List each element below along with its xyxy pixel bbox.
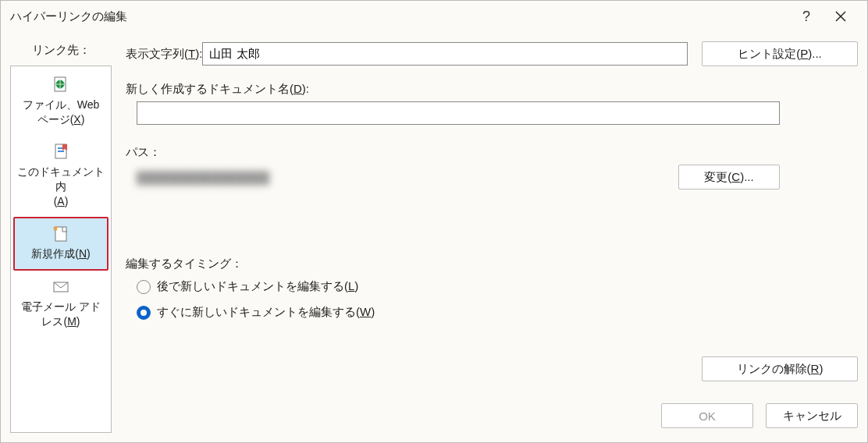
sidebar-item-label: ファイル、Webページ(X) xyxy=(23,98,100,126)
sidebar-item-label: このドキュメント内(A) xyxy=(17,165,105,207)
sidebar-item-create-new[interactable]: 新規作成(N) xyxy=(13,217,108,271)
radio-icon xyxy=(137,306,151,320)
document-bookmark-icon xyxy=(52,143,70,161)
path-value: ████████████████ xyxy=(137,171,678,184)
main-panel: 表示文字列(T): ヒント設定(P)... 新しく作成するドキュメント名(D):… xyxy=(112,38,858,433)
sidebar-item-this-document[interactable]: このドキュメント内(A) xyxy=(13,136,108,218)
ok-button[interactable]: OK xyxy=(661,403,753,428)
titlebar: ハイパーリンクの編集 ? xyxy=(1,1,867,32)
radio-edit-now[interactable]: すぐに新しいドキュメントを編集する(W) xyxy=(137,302,858,323)
link-to-label: リンク先： xyxy=(10,38,112,66)
new-doc-name-label: 新しく作成するドキュメント名(D): xyxy=(126,82,858,97)
display-text-input[interactable] xyxy=(202,42,688,66)
radio-icon xyxy=(137,280,151,294)
link-to-sidebar: リンク先： ファイル、Webページ(X) このドキュメント内(A) xyxy=(10,38,112,433)
sidebar-item-file-webpage[interactable]: ファイル、Webページ(X) xyxy=(13,69,108,136)
radio-label: すぐに新しいドキュメントを編集する(W) xyxy=(157,305,375,320)
dialog-title: ハイパーリンクの編集 xyxy=(10,9,789,24)
help-icon[interactable]: ? xyxy=(789,9,824,25)
sidebar-item-label: 新規作成(N) xyxy=(31,247,90,260)
svg-rect-6 xyxy=(58,151,64,152)
remove-link-button[interactable]: リンクの解除(R) xyxy=(702,356,858,381)
edit-timing-label: 編集するタイミング： xyxy=(126,257,858,271)
new-doc-name-input[interactable] xyxy=(137,101,780,125)
new-document-icon xyxy=(52,225,70,243)
radio-label: 後で新しいドキュメントを編集する(L) xyxy=(157,279,358,294)
sidebar-item-label: 電子メール アドレス(M) xyxy=(21,300,101,328)
cancel-button[interactable]: キャンセル xyxy=(766,403,858,428)
display-text-label: 表示文字列(T): xyxy=(126,47,202,62)
screen-tip-button[interactable]: ヒント設定(P)... xyxy=(702,41,858,66)
globe-page-icon xyxy=(52,76,70,94)
link-to-items: ファイル、Webページ(X) このドキュメント内(A) 新規作成(N) xyxy=(10,66,112,433)
sidebar-item-email[interactable]: 電子メール アドレス(M) xyxy=(13,271,108,338)
close-icon[interactable] xyxy=(824,10,858,23)
radio-edit-later[interactable]: 後で新しいドキュメントを編集する(L) xyxy=(137,276,858,297)
edit-hyperlink-dialog: ハイパーリンクの編集 ? リンク先： ファイル、Webページ(X) こ xyxy=(0,0,868,443)
email-icon xyxy=(52,278,70,296)
change-path-button[interactable]: 変更(C)... xyxy=(678,165,780,190)
path-label: パス： xyxy=(126,145,858,160)
